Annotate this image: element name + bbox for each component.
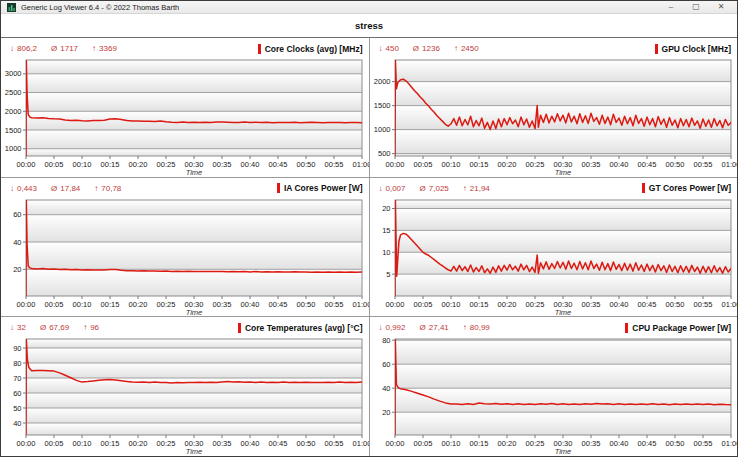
svg-text:00:55: 00:55 bbox=[325, 439, 344, 448]
stat-max-value: 70,78 bbox=[101, 184, 121, 193]
svg-text:00:25: 00:25 bbox=[525, 300, 544, 309]
chart-legend: Core Temperatures (avg) [°C] bbox=[238, 323, 363, 333]
stat-max-value: 3369 bbox=[99, 44, 117, 53]
svg-text:1000: 1000 bbox=[5, 144, 22, 153]
chart-legend: GT Cores Power [W] bbox=[642, 183, 731, 193]
svg-text:00:20: 00:20 bbox=[497, 160, 516, 169]
svg-text:10: 10 bbox=[382, 247, 390, 256]
svg-text:00:45: 00:45 bbox=[269, 160, 288, 169]
chart-title: Core Clocks (avg) [MHz] bbox=[265, 44, 363, 54]
svg-text:3000: 3000 bbox=[5, 69, 22, 78]
stat-min-value: 32 bbox=[17, 323, 26, 332]
stat-avg-value: 7,025 bbox=[429, 184, 449, 193]
svg-text:60: 60 bbox=[13, 210, 21, 219]
svg-text:00:50: 00:50 bbox=[297, 160, 316, 169]
legend-color-bar bbox=[625, 323, 628, 333]
svg-text:00:00: 00:00 bbox=[17, 160, 36, 169]
svg-text:00:05: 00:05 bbox=[413, 300, 432, 309]
plot-area-cpu-package-power[interactable]: 2040608000:0000:0500:1000:1500:2000:2500… bbox=[370, 336, 738, 456]
maximize-button[interactable]: ▢ bbox=[686, 1, 706, 13]
stat-max-value: 21,94 bbox=[470, 184, 490, 193]
stat-min-value: 0,443 bbox=[17, 184, 37, 193]
svg-text:00:50: 00:50 bbox=[665, 300, 684, 309]
svg-text:Time: Time bbox=[186, 307, 203, 316]
svg-text:Time: Time bbox=[186, 168, 203, 177]
svg-text:00:40: 00:40 bbox=[241, 439, 260, 448]
chart-title: GT Cores Power [W] bbox=[649, 183, 731, 193]
svg-text:1000: 1000 bbox=[373, 125, 390, 134]
svg-text:00:20: 00:20 bbox=[497, 300, 516, 309]
min-arrow-icon: ↓ bbox=[379, 323, 383, 332]
svg-text:00:05: 00:05 bbox=[413, 439, 432, 448]
svg-text:00:35: 00:35 bbox=[581, 300, 600, 309]
plot-area-core-temperatures[interactable]: 40506070809000:0000:0500:1000:1500:2000:… bbox=[1, 336, 369, 456]
svg-text:00:00: 00:00 bbox=[385, 439, 404, 448]
stat-min-value: 0,992 bbox=[386, 323, 406, 332]
app-window: Generic Log Viewer 6.4 - © 2022 Thomas B… bbox=[0, 0, 738, 457]
max-arrow-icon: ↑ bbox=[463, 184, 467, 193]
svg-text:00:10: 00:10 bbox=[73, 160, 92, 169]
svg-text:01:00: 01:00 bbox=[353, 439, 369, 448]
svg-text:00:25: 00:25 bbox=[157, 439, 176, 448]
svg-text:00:05: 00:05 bbox=[45, 439, 64, 448]
title-bar[interactable]: Generic Log Viewer 6.4 - © 2022 Thomas B… bbox=[1, 1, 737, 14]
svg-text:00:45: 00:45 bbox=[269, 439, 288, 448]
close-button[interactable]: ✕ bbox=[711, 1, 731, 13]
svg-text:15: 15 bbox=[382, 226, 390, 235]
svg-text:01:00: 01:00 bbox=[721, 160, 737, 169]
svg-text:500: 500 bbox=[377, 149, 390, 158]
svg-text:00:05: 00:05 bbox=[45, 160, 64, 169]
chart-legend: GPU Clock [MHz] bbox=[655, 44, 731, 54]
svg-text:00:15: 00:15 bbox=[469, 300, 488, 309]
stat-min-value: 806,2 bbox=[17, 44, 37, 53]
charts-grid: ↓806,2 Ø1717 ↑3369 Core Clocks (avg) [MH… bbox=[1, 38, 737, 456]
plot-area-gt-cores-power[interactable]: 510152000:0000:0500:1000:1500:2000:2500:… bbox=[370, 197, 738, 317]
plot-area-core-clocks[interactable]: 1000150020002500300000:0000:0500:1000:15… bbox=[1, 57, 369, 177]
chart-stats: ↓32 Ø67,69 ↑96 bbox=[10, 323, 99, 332]
legend-color-bar bbox=[277, 183, 280, 193]
svg-text:60: 60 bbox=[13, 389, 21, 398]
chart-stats: ↓0,992 Ø27,41 ↑80,99 bbox=[379, 323, 490, 332]
svg-text:20: 20 bbox=[382, 408, 390, 417]
plot-area-gpu-clock[interactable]: 50010001500200000:0000:0500:1000:1500:20… bbox=[370, 57, 738, 177]
chart-title: GPU Clock [MHz] bbox=[662, 44, 731, 54]
chart-legend: IA Cores Power [W] bbox=[277, 183, 363, 193]
min-arrow-icon: ↓ bbox=[10, 184, 14, 193]
min-arrow-icon: ↓ bbox=[379, 44, 383, 53]
svg-text:80: 80 bbox=[382, 336, 390, 345]
svg-text:00:40: 00:40 bbox=[241, 300, 260, 309]
window-title: Generic Log Viewer 6.4 - © 2022 Thomas B… bbox=[21, 3, 179, 12]
chart-stats: ↓0,443 Ø17,84 ↑70,78 bbox=[10, 184, 121, 193]
svg-text:00:50: 00:50 bbox=[297, 439, 316, 448]
svg-text:00:25: 00:25 bbox=[525, 439, 544, 448]
chart-panel-gpu-clock: ↓450 Ø1236 ↑2450 GPU Clock [MHz] 5001000… bbox=[370, 38, 738, 177]
svg-text:40: 40 bbox=[13, 237, 21, 246]
chart-stats: ↓0,007 Ø7,025 ↑21,94 bbox=[379, 184, 490, 193]
svg-text:00:35: 00:35 bbox=[213, 160, 232, 169]
legend-color-bar bbox=[238, 323, 241, 333]
stat-min-value: 0,007 bbox=[386, 184, 406, 193]
plot-area-ia-cores-power[interactable]: 20406000:0000:0500:1000:1500:2000:2500:3… bbox=[1, 197, 369, 317]
min-arrow-icon: ↓ bbox=[10, 44, 14, 53]
svg-text:00:40: 00:40 bbox=[609, 160, 628, 169]
svg-text:00:50: 00:50 bbox=[665, 160, 684, 169]
stat-avg-value: 1717 bbox=[60, 44, 78, 53]
svg-text:20: 20 bbox=[13, 264, 21, 273]
svg-text:00:20: 00:20 bbox=[129, 439, 148, 448]
svg-text:50: 50 bbox=[13, 404, 21, 413]
chart-panel-gt-cores-power: ↓0,007 Ø7,025 ↑21,94 GT Cores Power [W] … bbox=[370, 178, 738, 317]
minimize-button[interactable]: – bbox=[661, 1, 681, 13]
svg-text:00:50: 00:50 bbox=[665, 439, 684, 448]
svg-text:00:15: 00:15 bbox=[101, 300, 120, 309]
chart-panel-core-temperatures: ↓32 Ø67,69 ↑96 Core Temperatures (avg) [… bbox=[1, 317, 369, 456]
chart-title: CPU Package Power [W] bbox=[632, 323, 731, 333]
avg-icon: Ø bbox=[51, 44, 57, 53]
svg-text:00:45: 00:45 bbox=[637, 300, 656, 309]
log-title: stress bbox=[1, 14, 737, 38]
svg-text:00:20: 00:20 bbox=[497, 439, 516, 448]
svg-text:20: 20 bbox=[382, 204, 390, 213]
chart-title: IA Cores Power [W] bbox=[284, 183, 363, 193]
svg-text:00:05: 00:05 bbox=[45, 300, 64, 309]
svg-text:00:20: 00:20 bbox=[129, 160, 148, 169]
svg-text:00:55: 00:55 bbox=[693, 439, 712, 448]
